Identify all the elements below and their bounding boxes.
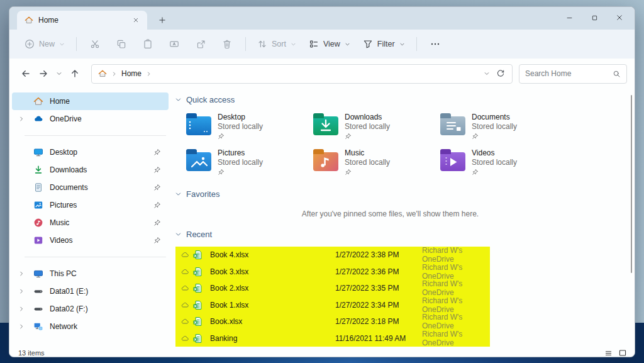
- drive-icon: [33, 286, 43, 296]
- sidebar-item-label: This PC: [50, 269, 77, 278]
- quick-access-tile-music[interactable]: Music Stored locally: [313, 148, 440, 177]
- sidebar-item-videos[interactable]: Videos: [12, 232, 169, 249]
- sidebar-item-data01[interactable]: Data01 (E:): [12, 282, 169, 300]
- more-icon: [430, 39, 440, 49]
- home-icon: [98, 69, 107, 78]
- onedrive-icon: [33, 114, 43, 124]
- sidebar-item-label: Documents: [50, 183, 88, 192]
- file-date-modified: 1/27/2022 3:36 PM: [335, 267, 419, 276]
- tab-bar: Home: [9, 7, 635, 30]
- recent-file-row[interactable]: Banking 11/16/2021 11:49 AM Richard W's …: [175, 330, 490, 347]
- quick-access-header[interactable]: Quick access: [175, 95, 625, 104]
- delete-button[interactable]: [214, 33, 240, 55]
- new-tab-button[interactable]: [155, 13, 170, 28]
- recent-file-row[interactable]: Book 3.xlsx 1/27/2022 3:36 PM Richard W'…: [175, 264, 490, 281]
- chevron-right-icon[interactable]: [18, 323, 25, 330]
- onedrive-status-cloud-icon: [180, 284, 189, 293]
- more-options-button[interactable]: [422, 33, 448, 55]
- view-button[interactable]: View: [303, 33, 357, 55]
- documents-icon: [33, 182, 43, 193]
- recent-file-row[interactable]: Book 1.xlsx 1/27/2022 3:34 PM Richard W'…: [175, 297, 490, 314]
- tab-home[interactable]: Home: [17, 11, 147, 30]
- sort-button[interactable]: Sort: [251, 33, 303, 55]
- sidebar-item-downloads[interactable]: Downloads: [12, 161, 169, 179]
- quick-access-tile-documents[interactable]: Documents Stored locally: [440, 113, 567, 142]
- close-icon: [133, 17, 139, 23]
- recent-header[interactable]: Recent: [175, 230, 625, 239]
- chevron-down-icon: [345, 42, 350, 47]
- onedrive-status-cloud-icon: [180, 301, 189, 310]
- sort-label: Sort: [272, 40, 286, 48]
- sidebar-item-network[interactable]: Network: [12, 318, 169, 335]
- content-area: Home OneDrive Desktop Downloads Document…: [9, 89, 635, 348]
- details-view-button[interactable]: [604, 349, 613, 357]
- recent-file-row[interactable]: Book 4.xlsx 1/27/2022 3:38 PM Richard W'…: [175, 247, 490, 264]
- file-date-modified: 11/16/2021 11:49 AM: [335, 334, 419, 343]
- quick-access-tile-videos[interactable]: Videos Stored locally: [440, 148, 567, 177]
- minimize-button[interactable]: [557, 7, 582, 28]
- main-pane: Quick access Desktop Stored locally: [172, 89, 635, 348]
- chevron-down-icon: [56, 70, 62, 77]
- breadcrumb-home[interactable]: Home: [121, 69, 142, 78]
- filter-button[interactable]: Filter: [357, 33, 411, 55]
- sidebar-item-music[interactable]: Music: [12, 214, 169, 232]
- recent-locations-button[interactable]: [52, 65, 66, 82]
- scrollbar[interactable]: [631, 95, 632, 273]
- search-input[interactable]: [525, 69, 609, 78]
- excel-file-icon: [192, 283, 203, 293]
- sidebar-item-documents[interactable]: Documents: [12, 179, 169, 196]
- new-button[interactable]: New: [18, 33, 71, 55]
- recent-file-row[interactable]: Book.xlsx 1/27/2022 3:18 PM Richard W's …: [175, 313, 490, 330]
- quick-access-tile-pictures[interactable]: Pictures Stored locally: [186, 148, 313, 177]
- recent-file-row[interactable]: Book 2.xlsx 1/27/2022 3:35 PM Richard W'…: [175, 280, 490, 297]
- excel-file-icon: [192, 300, 203, 310]
- sidebar-item-home[interactable]: Home: [12, 92, 169, 110]
- pin-icon: [153, 184, 161, 191]
- documents-folder-icon: [440, 116, 465, 135]
- file-location: Richard W's OneDrive: [422, 279, 490, 297]
- sidebar-item-desktop[interactable]: Desktop: [12, 143, 169, 161]
- sidebar-item-label: Desktop: [50, 148, 77, 157]
- chevron-right-icon[interactable]: [18, 288, 25, 294]
- refresh-button[interactable]: [494, 65, 507, 82]
- quick-access-tile-desktop[interactable]: Desktop Stored locally: [186, 113, 313, 142]
- sidebar-item-pictures[interactable]: Pictures: [12, 196, 169, 214]
- pin-icon: [218, 133, 225, 140]
- address-bar[interactable]: Home: [91, 64, 513, 84]
- pin-icon: [218, 169, 225, 176]
- minimize-icon: [566, 14, 573, 21]
- favorites-empty-hint: After you've pinned some files, we'll sh…: [175, 209, 625, 218]
- sidebar-item-this-pc[interactable]: This PC: [12, 265, 169, 282]
- chevron-down-icon: [291, 42, 296, 47]
- sidebar-item-label: Pictures: [50, 201, 77, 209]
- chevron-right-icon[interactable]: [18, 116, 25, 122]
- toolbar-separator: [245, 37, 246, 51]
- rename-button[interactable]: [161, 33, 187, 55]
- close-button[interactable]: [607, 7, 632, 28]
- downloads-folder-icon: [313, 116, 338, 135]
- toolbar-separator: [76, 37, 77, 51]
- quick-access-tile-downloads[interactable]: Downloads Stored locally: [313, 113, 440, 142]
- chevron-right-icon[interactable]: [18, 271, 25, 277]
- copy-button[interactable]: [108, 33, 135, 55]
- chevron-down-icon[interactable]: [484, 70, 490, 77]
- file-location: Richard W's OneDrive: [422, 246, 490, 264]
- downloads-folder-glyph: [313, 116, 338, 135]
- forward-button[interactable]: [35, 65, 52, 82]
- up-button[interactable]: [66, 65, 84, 82]
- paste-button[interactable]: [135, 33, 161, 55]
- tile-name: Desktop: [218, 113, 263, 122]
- maximize-button[interactable]: [582, 7, 607, 28]
- cut-button[interactable]: [82, 33, 108, 55]
- details-view-icon: [604, 349, 613, 357]
- chevron-down-icon: [175, 231, 182, 238]
- chevron-right-icon[interactable]: [18, 306, 25, 312]
- share-button[interactable]: [187, 33, 214, 55]
- sidebar-item-data02[interactable]: Data02 (F:): [12, 300, 169, 318]
- favorites-header[interactable]: Favorites: [175, 189, 625, 199]
- sidebar-item-onedrive[interactable]: OneDrive: [12, 110, 169, 128]
- tab-close-button[interactable]: [128, 13, 143, 28]
- back-button[interactable]: [17, 65, 35, 82]
- tile-subtitle: Stored locally: [345, 158, 390, 167]
- thumbnail-view-button[interactable]: [618, 349, 627, 357]
